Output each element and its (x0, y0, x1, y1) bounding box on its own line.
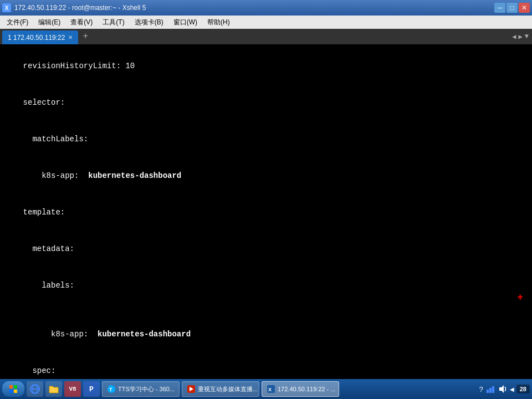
svg-rect-15 (492, 386, 494, 393)
svg-rect-2 (9, 390, 13, 393)
taskbar-program-media[interactable]: 重视互动多媒体直播... (182, 381, 259, 397)
taskbar-icon-folder[interactable] (45, 381, 62, 397)
terminal-line-4: k8s-app: kubernetes-dashboard (4, 157, 528, 194)
menu-help[interactable]: 帮助(H) (203, 17, 234, 28)
menu-tools[interactable]: 工具(T) (98, 17, 129, 28)
terminal-content[interactable]: revisionHistoryLimit: 10 selector: match… (0, 44, 532, 379)
windows-icon (9, 385, 18, 393)
system-tray: ? ◀ 28 (479, 384, 530, 394)
terminal-line-3: matchLabels: (4, 121, 528, 157)
tray-expand-icon[interactable]: ◀ (510, 386, 514, 392)
speaker-icon (498, 384, 508, 394)
xshell-icon: X (267, 385, 275, 393)
svg-text:X: X (268, 387, 272, 392)
taskbar-program-xshell[interactable]: X 172.40.50.119:22 - ... (262, 381, 339, 397)
menu-file[interactable]: 文件(F) (2, 17, 33, 28)
svg-rect-1 (14, 385, 17, 388)
terminal-line-1: revisionHistoryLimit: 10 (4, 48, 528, 84)
menu-view[interactable]: 查看(V) (66, 17, 97, 28)
terminal-line-6: metadata: (4, 231, 528, 267)
svg-text:T: T (109, 387, 112, 392)
window-title: 172.40.50.119:22 - root@master:~ - Xshel… (14, 4, 146, 12)
media-icon (187, 385, 196, 393)
taskbar-program-tts[interactable]: T TTS学习中心 - 360... (102, 381, 180, 397)
svg-rect-13 (487, 390, 489, 393)
tray-number: 28 (516, 385, 530, 393)
tts-icon: T (107, 385, 116, 393)
tab-arrow-right[interactable]: ▶ (519, 33, 523, 41)
tab-arrow-left[interactable]: ◀ (512, 33, 516, 41)
svg-marker-16 (499, 385, 504, 393)
tab-arrows: ◀ ▶ ▼ (509, 29, 532, 44)
window-controls: ─ □ ✕ (494, 3, 530, 13)
terminal-line-5: template: (4, 194, 528, 231)
tab-close-icon[interactable]: ✕ (68, 34, 73, 40)
menu-tabs[interactable]: 选项卡(B) (130, 17, 168, 28)
menu-window[interactable]: 窗口(W) (169, 17, 202, 28)
folder-icon (49, 384, 59, 394)
taskbar-label-xshell: 172.40.50.119:22 - ... (278, 386, 336, 392)
taskbar-icon-ie[interactable] (27, 381, 43, 397)
new-tab-button[interactable]: + (78, 29, 93, 44)
tab-label: 1 172.40.50.119:22 (8, 34, 65, 42)
terminal-line-8: k8s-app: kubernetes-dashboard (4, 316, 528, 352)
tab-menu-arrow[interactable]: ▼ (525, 33, 529, 40)
taskbar-label-media: 重视互动多媒体直播... (198, 385, 258, 393)
title-bar: X 172.40.50.119:22 - root@master:~ - Xsh… (0, 0, 532, 16)
browser-icon (30, 384, 40, 394)
taskbar: V8 P T TTS学习中心 - 360... 重视互动多媒体直播... X 1… (0, 379, 532, 399)
menu-edit[interactable]: 编辑(E) (34, 17, 65, 28)
maximize-button[interactable]: □ (507, 3, 518, 13)
tab-bar: 1 172.40.50.119:22 ✕ + ◀ ▶ ▼ (0, 29, 532, 44)
tab-session[interactable]: 1 172.40.50.119:22 ✕ (2, 30, 78, 44)
terminal-line-7: labels: + (4, 267, 528, 316)
svg-rect-14 (489, 388, 492, 393)
taskbar-icon-v8[interactable]: V8 (64, 381, 81, 397)
tray-help-icon[interactable]: ? (479, 385, 483, 393)
terminal-line-9: spec: (4, 352, 528, 379)
minimize-button[interactable]: ─ (494, 3, 505, 13)
svg-rect-0 (9, 385, 13, 388)
start-button[interactable] (2, 381, 24, 397)
close-button[interactable]: ✕ (519, 3, 530, 13)
red-plus-indicator: + (517, 291, 523, 304)
app-icon: X (2, 3, 11, 12)
terminal-line-2: selector: (4, 84, 528, 121)
taskbar-label-tts: TTS学习中心 - 360... (118, 385, 175, 393)
menu-bar: 文件(F) 编辑(E) 查看(V) 工具(T) 选项卡(B) 窗口(W) 帮助(… (0, 16, 532, 29)
network-icon (485, 384, 495, 394)
taskbar-icon-p[interactable]: P (83, 381, 100, 397)
svg-rect-3 (14, 390, 17, 393)
